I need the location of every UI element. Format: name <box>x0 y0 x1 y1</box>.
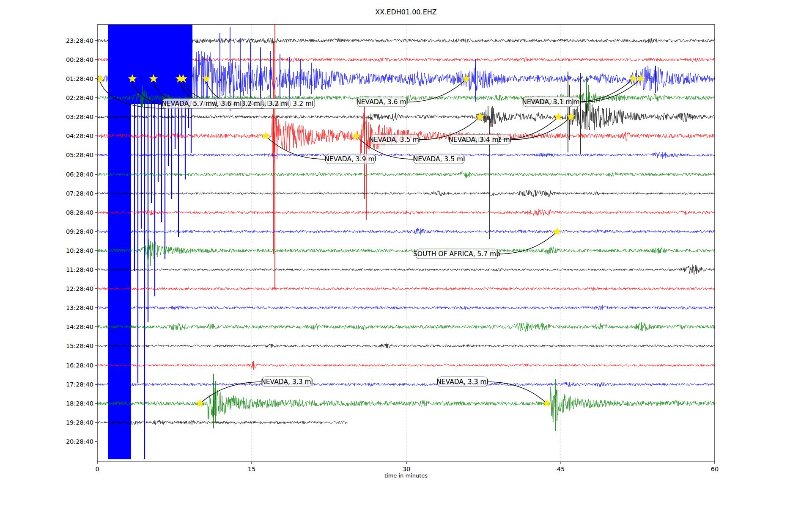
y-tick-label: 11:28:40 <box>66 266 93 273</box>
y-tick-label: 04:28:40 <box>66 133 93 139</box>
y-tick-label: 20:28:40 <box>66 438 93 445</box>
event-label-text: NEVADA, 5.7 mw <box>162 100 217 108</box>
event-label: NEVADA, 3.3 ml <box>261 377 313 387</box>
trace-182840 <box>97 387 715 422</box>
event-label-text: NEVADA, 3.1 ml <box>522 98 574 106</box>
y-tick-label: 18:28:40 <box>66 400 93 407</box>
event-label-text: NEVADA, 3.3 ml <box>436 378 488 386</box>
event-label: NEVADA, 3.1 ml <box>522 97 574 107</box>
event-label: NEVADA, 3.5 ml <box>413 154 465 164</box>
trace-112840 <box>97 265 715 275</box>
y-tick-label: 13:28:40 <box>66 304 93 311</box>
event-label-text: NEVADA, 3.5 ml <box>413 155 465 163</box>
trace-052840 <box>97 152 715 159</box>
y-tick-label: 17:28:40 <box>66 381 93 388</box>
trace-142840 <box>97 322 715 331</box>
y-tick-label: 12:28:40 <box>66 285 93 292</box>
event-label: NEVADA, 3.6 ml <box>356 97 408 107</box>
y-tick-label: 02:28:40 <box>66 94 93 101</box>
event-label-text: NEVADA, 3.6 ml <box>356 98 408 106</box>
trace-132840 <box>97 305 715 310</box>
y-tick-label: 00:28:40 <box>66 56 93 63</box>
y-tick-label: 08:28:40 <box>66 209 93 216</box>
trace-152840 <box>97 344 715 348</box>
event-label: SOUTH OF AFRICA, 5.7 mb <box>413 249 500 259</box>
y-tick-label: 14:28:40 <box>66 323 93 330</box>
y-tick-label: 03:28:40 <box>66 113 93 120</box>
trace-082840 <box>97 209 715 216</box>
event-star <box>196 399 205 407</box>
event-label: NEVADA, 3.5 ml <box>369 135 421 144</box>
trace-162840 <box>97 362 715 368</box>
event-labels: NEVADA, 3.2 mlNEVADA, 3.2 mlNEVADA, 3.2 … <box>162 97 581 387</box>
plot-title: XX.EDH01.00.EHZ <box>375 8 437 16</box>
event-label: NEVADA, 3.9 ml <box>324 154 376 164</box>
trace-072840 <box>97 190 715 197</box>
trace-092840 <box>97 228 715 235</box>
x-tick-label: 60 <box>711 466 719 472</box>
trace-062840 <box>97 171 715 178</box>
event-label-text: NEVADA, 3.4 ml <box>448 136 500 144</box>
trace-122840 <box>97 287 715 290</box>
helicorder-plot: XX.EDH01.00.EHZ time in minutes NEVADA, … <box>0 0 812 508</box>
blob-mass <box>108 25 192 104</box>
x-tick-label: 45 <box>557 466 565 472</box>
clipped-plot-area: NEVADA, 3.2 mlNEVADA, 3.2 mlNEVADA, 3.2 … <box>96 25 715 462</box>
event-label-text: NEVADA, 3.5 ml <box>369 136 421 144</box>
event-label: NEVADA, 5.7 mw <box>162 99 217 108</box>
x-tick-label: 15 <box>248 466 255 472</box>
y-tick-label: 16:28:40 <box>66 362 93 369</box>
trace-102840 <box>97 240 715 264</box>
trace-192840 <box>97 420 348 425</box>
y-tick-label: 07:28:40 <box>66 190 93 197</box>
x-tick-label: 0 <box>95 466 99 472</box>
y-tick-label: 09:28:40 <box>66 228 93 235</box>
y-tick-label: 01:28:40 <box>66 75 93 82</box>
plot-content: NEVADA, 3.2 mlNEVADA, 3.2 mlNEVADA, 3.2 … <box>66 25 719 472</box>
y-tick-label: 23:28:40 <box>66 37 93 44</box>
x-axis-label: time in minutes <box>384 472 428 479</box>
event-star <box>543 399 551 407</box>
y-tick-label: 15:28:40 <box>66 342 93 349</box>
event-label-text: SOUTH OF AFRICA, 5.7 mb <box>413 250 500 258</box>
event-label-text: NEVADA, 3.3 ml <box>261 378 313 386</box>
y-tick-label: 19:28:40 <box>66 419 93 426</box>
y-tick-label: 10:28:40 <box>66 247 93 254</box>
y-tick-label: 06:28:40 <box>66 171 93 178</box>
trace-172840 <box>97 382 715 387</box>
y-tick-label: 05:28:40 <box>66 152 93 158</box>
event-label: NEVADA, 3.4 ml <box>448 135 500 144</box>
x-tick-label: 30 <box>403 466 410 472</box>
event-label: NEVADA, 3.3 ml <box>436 377 488 387</box>
seismogram-figure: XX.EDH01.00.EHZ time in minutes NEVADA, … <box>0 0 812 508</box>
event-label-text: NEVADA, 3.9 ml <box>324 155 376 163</box>
